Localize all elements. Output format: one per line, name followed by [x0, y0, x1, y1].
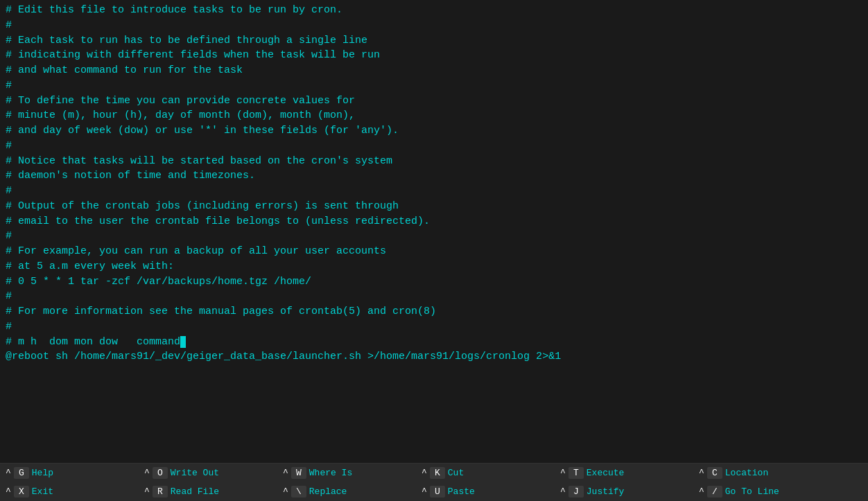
menu-key-caret: ^	[283, 468, 288, 478]
editor-area[interactable]: # Edit this file to introduce tasks to b…	[0, 0, 868, 463]
menu-key-caret: ^	[422, 486, 427, 497]
menu-item[interactable]: ^WWhere Is	[277, 465, 416, 481]
menu-item-label: Help	[32, 468, 53, 478]
code-line: # For more information see the manual pa…	[6, 304, 862, 319]
code-line: # and day of week (dow) or use '*' in th…	[6, 123, 862, 139]
menu-key-caret: ^	[144, 468, 150, 478]
code-line: #	[6, 289, 862, 304]
code-line: # indicating with different fields when …	[6, 48, 862, 63]
menu-item[interactable]: ^JJustify	[555, 484, 693, 500]
menu-key-letter: G	[14, 467, 29, 479]
menu-item[interactable]: ^GHelp	[0, 465, 139, 481]
menu-key-letter: /	[707, 486, 722, 498]
menu-item-label: Go To Line	[725, 486, 779, 497]
menu-key-caret: ^	[422, 468, 427, 478]
code-line: # email to the user the crontab file bel…	[6, 214, 862, 229]
menu-key-caret: ^	[144, 486, 150, 497]
code-line: #	[6, 319, 862, 335]
menu-item[interactable]: ^/Go To Line	[693, 484, 832, 500]
menu-key-caret: ^	[283, 486, 288, 497]
menu-key-letter: T	[568, 467, 584, 479]
menu-key-caret: ^	[6, 486, 11, 497]
code-line: # Notice that tasks will be started base…	[6, 154, 862, 169]
menu-key-caret: ^	[6, 468, 11, 478]
menu-item[interactable]: ^RRead File	[139, 484, 277, 500]
code-line: # Output of the crontab jobs (including …	[6, 199, 862, 214]
menu-row-2: ^XExit^RRead File^\Replace^UPaste^JJusti…	[0, 482, 868, 501]
menu-item[interactable]: ^CLocation	[693, 465, 832, 481]
code-line: # Edit this file to introduce tasks to b…	[6, 3, 862, 18]
menu-item-label: Replace	[309, 486, 347, 497]
menu-item-label: Exit	[32, 486, 53, 497]
menu-item-label: Read File	[171, 486, 219, 497]
menu-key-letter: K	[430, 467, 445, 479]
code-line: #	[6, 78, 862, 94]
code-line: # and what command to run for the task	[6, 63, 862, 78]
menu-key-letter: J	[568, 486, 584, 498]
menu-item-label: Justify	[587, 486, 625, 497]
menu-item[interactable]: ^UPaste	[416, 484, 555, 500]
menu-key-letter: O	[153, 467, 168, 479]
menu-key-caret: ^	[560, 468, 566, 478]
text-cursor	[180, 336, 186, 348]
code-line: # m h dom mon dow command	[6, 335, 862, 350]
menu-item-label: Where Is	[309, 468, 352, 478]
menu-item-label: Execute	[587, 468, 625, 478]
code-line: # at 5 a.m every week with:	[6, 259, 862, 274]
code-line: #	[6, 139, 862, 154]
menu-item[interactable]: ^XExit	[0, 484, 139, 500]
code-line: # To define the time you can provide con…	[6, 94, 862, 109]
code-line: # minute (m), hour (h), day of month (do…	[6, 108, 862, 123]
statusbar: ^GHelp^OWrite Out^WWhere Is^KCut^TExecut…	[0, 463, 868, 501]
menu-item-label: Write Out	[171, 468, 219, 478]
menu-row-1: ^GHelp^OWrite Out^WWhere Is^KCut^TExecut…	[0, 464, 868, 482]
code-line: # daemon's notion of time and timezones.	[6, 168, 862, 184]
menu-key-caret: ^	[699, 486, 704, 497]
last-code-line: @reboot sh /home/mars91/_dev/geiger_data…	[6, 349, 862, 364]
menu-item[interactable]: ^OWrite Out	[139, 465, 277, 481]
menu-key-letter: C	[707, 467, 722, 479]
menu-key-letter: U	[430, 486, 445, 498]
menu-key-letter: R	[153, 486, 168, 498]
code-line: #	[6, 229, 862, 244]
code-line: #	[6, 18, 862, 33]
menu-item[interactable]: ^\Replace	[277, 484, 416, 500]
menu-item-label: Paste	[448, 486, 475, 497]
code-line: # 0 5 * * 1 tar -zcf /var/backups/home.t…	[6, 274, 862, 290]
menu-key-caret: ^	[699, 468, 704, 478]
menu-key-caret: ^	[560, 486, 566, 497]
menu-item-label: Location	[725, 468, 768, 478]
menu-item[interactable]: ^KCut	[416, 465, 555, 481]
code-line: # Each task to run has to be defined thr…	[6, 33, 862, 49]
menu-item-label: Cut	[448, 468, 464, 478]
menu-key-letter: W	[291, 467, 306, 479]
menu-key-letter: X	[14, 486, 29, 498]
code-line: #	[6, 184, 862, 199]
menu-key-letter: \	[291, 486, 306, 498]
code-line: # For example, you can run a backup of a…	[6, 244, 862, 259]
menu-item[interactable]: ^TExecute	[555, 465, 693, 481]
